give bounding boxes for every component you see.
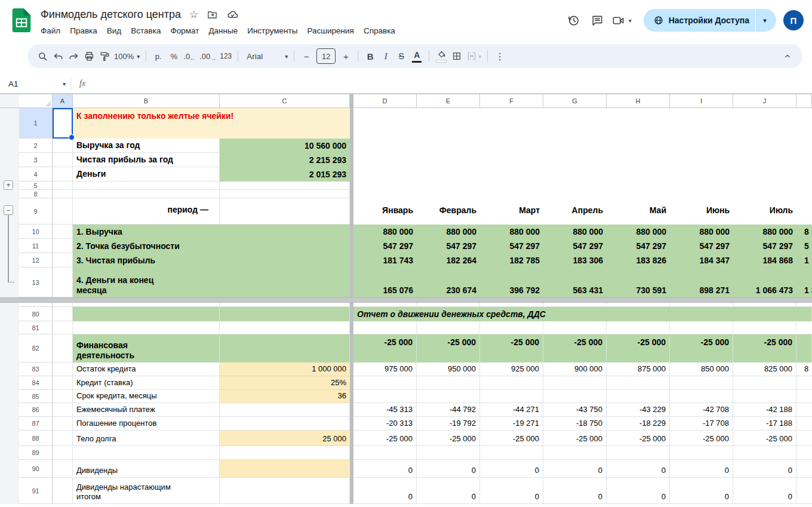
value-cell[interactable]: 898 271	[670, 268, 733, 297]
value-cell[interactable]: 0	[417, 478, 480, 504]
value-cell[interactable]: -17 708	[670, 417, 733, 431]
value-cell[interactable]: -25 000	[670, 431, 733, 446]
cell-b13[interactable]: 4. Деньги на конец месяца	[73, 268, 220, 297]
month-header[interactable]: Февраль	[417, 198, 480, 225]
col-header-f[interactable]: F	[480, 94, 543, 108]
value-cell[interactable]: 825 000	[733, 362, 796, 376]
cell-b8[interactable]	[73, 190, 220, 198]
value-cell[interactable]: -25 000	[353, 334, 417, 362]
cell-c89[interactable]	[220, 446, 350, 460]
col-header-h[interactable]: H	[607, 94, 670, 108]
empty-cell-partial[interactable]	[796, 303, 812, 307]
comments-icon[interactable]	[586, 8, 610, 32]
value-cell[interactable]: 0	[670, 478, 733, 504]
version-history-icon[interactable]	[562, 8, 586, 32]
cell-a3[interactable]	[53, 153, 73, 167]
cell-b86[interactable]: Ежемесячный платеж	[73, 403, 220, 417]
value-cell[interactable]: -45 313	[353, 403, 417, 417]
value-cell[interactable]: -19 792	[417, 417, 480, 431]
cell-c87[interactable]	[220, 417, 350, 431]
value-cell[interactable]: 563 431	[543, 268, 607, 297]
month-header[interactable]: Май	[607, 198, 670, 225]
empty-cell[interactable]	[543, 390, 607, 403]
cell-c85[interactable]: 36	[220, 390, 350, 403]
value-cell[interactable]: 396 792	[480, 268, 543, 297]
value-cell[interactable]: 880 000	[480, 225, 543, 239]
value-cell[interactable]: 0	[353, 460, 417, 478]
value-cell[interactable]: -25 000	[733, 431, 796, 446]
cell-a91[interactable]	[53, 478, 73, 504]
value-cell[interactable]: 875 000	[607, 362, 670, 376]
italic-button[interactable]: I	[378, 48, 393, 64]
expand-group-button[interactable]: +	[4, 180, 13, 190]
cell-c83[interactable]: 1 000 000	[220, 362, 350, 376]
sheets-logo-icon[interactable]	[10, 8, 33, 32]
cell-c9[interactable]	[220, 198, 350, 225]
value-cell[interactable]: -42 708	[670, 403, 733, 417]
meet-call-control[interactable]: ▾	[610, 8, 632, 32]
empty-cell[interactable]	[480, 321, 543, 334]
month-header[interactable]: Январь	[353, 198, 417, 225]
empty-cell[interactable]	[733, 303, 796, 307]
cell-a86[interactable]	[53, 403, 73, 417]
cell-c90[interactable]	[220, 460, 350, 478]
value-cell-partial[interactable]: 5	[796, 239, 812, 253]
cell-c2[interactable]: 10 560 000	[220, 139, 350, 153]
redo-button[interactable]	[66, 48, 81, 64]
cell-a4[interactable]	[53, 167, 73, 182]
empty-cell[interactable]	[670, 376, 733, 390]
value-cell[interactable]: 165 076	[353, 268, 417, 297]
cell-c8[interactable]	[220, 190, 350, 198]
value-cell[interactable]: 183 826	[607, 253, 670, 268]
cell-b5[interactable]	[73, 182, 220, 190]
cell-a90[interactable]	[53, 460, 73, 478]
cell-b81[interactable]	[73, 321, 220, 334]
value-cell[interactable]: -25 000	[543, 334, 607, 362]
value-cell-partial[interactable]: 1 3	[796, 268, 812, 297]
empty-cell[interactable]	[353, 376, 417, 390]
col-header-i[interactable]: I	[670, 94, 733, 108]
cloud-status-icon[interactable]	[226, 8, 239, 21]
empty-range[interactable]	[353, 153, 812, 167]
empty-cell[interactable]	[733, 446, 796, 460]
value-cell[interactable]: 880 000	[607, 225, 670, 239]
empty-range[interactable]	[353, 190, 812, 198]
cell-b10[interactable]: 1. Выручка	[73, 225, 220, 239]
month-header[interactable]: Июнь	[670, 198, 733, 225]
move-folder-icon[interactable]	[207, 9, 218, 20]
cell-c81[interactable]	[220, 321, 350, 334]
share-dropdown[interactable]: ▾	[756, 17, 774, 24]
empty-cell[interactable]	[733, 376, 796, 390]
cell-a89[interactable]	[53, 446, 73, 460]
empty-cell[interactable]	[543, 321, 607, 334]
value-cell[interactable]: -18 229	[607, 417, 670, 431]
empty-cell[interactable]	[607, 303, 670, 307]
empty-cell[interactable]	[733, 321, 796, 334]
value-cell[interactable]: -42 188	[733, 403, 796, 417]
value-cell[interactable]: -43 229	[607, 403, 670, 417]
row-header[interactable]: 12	[19, 253, 53, 268]
empty-cell[interactable]	[670, 321, 733, 334]
font-select[interactable]: Arial▾	[242, 48, 290, 64]
bold-button[interactable]: B	[362, 48, 378, 64]
cell-b91[interactable]: Дивиденды нарастающим итогом	[73, 478, 220, 504]
cell-a87[interactable]	[53, 417, 73, 431]
cell-b4[interactable]: Деньги	[73, 167, 220, 182]
value-cell-partial[interactable]	[796, 431, 812, 446]
value-cell[interactable]: -44 792	[417, 403, 480, 417]
value-cell[interactable]: 0	[733, 478, 796, 504]
row-header[interactable]: 91	[19, 478, 53, 504]
zoom-select[interactable]: 100%▾	[112, 48, 142, 64]
empty-cell[interactable]	[417, 321, 480, 334]
value-cell-partial[interactable]	[796, 478, 812, 504]
row-header[interactable]: 5	[19, 182, 53, 190]
star-icon[interactable]: ☆	[189, 8, 198, 21]
empty-cell[interactable]	[607, 321, 670, 334]
value-cell[interactable]: -25 000	[543, 431, 607, 446]
section-title-cell[interactable]: Отчет о движении денежных средств, ДДС	[353, 307, 812, 321]
cell-c[interactable]	[220, 303, 350, 307]
row-header[interactable]: 80	[19, 307, 53, 321]
value-cell[interactable]: 0	[607, 460, 670, 478]
menu-item[interactable]: Расширения	[302, 24, 359, 37]
col-header-b[interactable]: B	[73, 94, 220, 108]
